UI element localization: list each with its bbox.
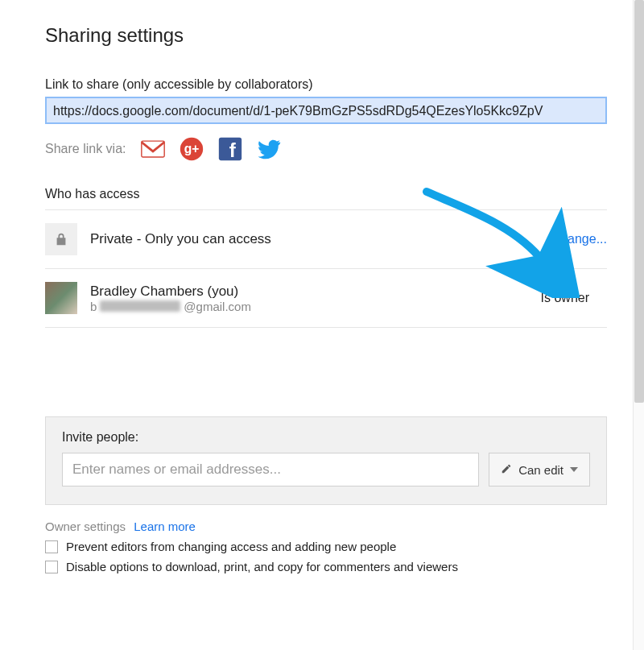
change-access-link[interactable]: Change... bbox=[551, 232, 607, 246]
privacy-row: Private - Only you can access Change... bbox=[45, 210, 607, 268]
owner-option-2[interactable]: Disable options to download, print, and … bbox=[45, 560, 607, 573]
link-to-share-label: Link to share (only accessible by collab… bbox=[45, 77, 607, 92]
scrollbar-thumb[interactable] bbox=[634, 0, 644, 403]
email-redacted bbox=[100, 300, 180, 312]
chevron-down-icon bbox=[570, 467, 578, 472]
invite-title: Invite people: bbox=[62, 430, 590, 445]
owner-settings: Owner settings Learn more Prevent editor… bbox=[45, 520, 607, 573]
privacy-text: Private - Only you can access bbox=[90, 231, 271, 247]
checkbox-icon[interactable] bbox=[45, 540, 58, 553]
twitter-icon[interactable] bbox=[255, 135, 283, 163]
share-icons: g+ f bbox=[139, 135, 283, 163]
svg-text:f: f bbox=[229, 139, 236, 161]
person-name: Bradley Chambers (you) bbox=[90, 284, 251, 300]
checkbox-icon[interactable] bbox=[45, 561, 58, 573]
permission-dropdown[interactable]: Can edit bbox=[489, 453, 590, 486]
permission-label: Can edit bbox=[518, 463, 564, 477]
email-domain: @gmail.com bbox=[184, 300, 251, 313]
email-prefix: b bbox=[90, 300, 97, 313]
access-table: Private - Only you can access Change... … bbox=[45, 209, 607, 328]
lock-icon bbox=[45, 223, 77, 255]
share-link-input[interactable]: https://docs.google.com/document/d/1-peK… bbox=[45, 97, 607, 124]
scrollbar[interactable] bbox=[633, 0, 644, 650]
who-has-access-heading: Who has access bbox=[45, 187, 607, 201]
owner-option-1-label: Prevent editors from changing access and… bbox=[66, 540, 396, 553]
owner-option-2-label: Disable options to download, print, and … bbox=[66, 560, 458, 573]
owner-row: Bradley Chambers (you) b @gmail.com Is o… bbox=[45, 268, 607, 327]
person-email: b @gmail.com bbox=[90, 300, 251, 313]
avatar bbox=[45, 282, 77, 314]
invite-card: Invite people: Can edit bbox=[45, 416, 607, 505]
share-via-label: Share link via: bbox=[45, 142, 126, 156]
learn-more-link[interactable]: Learn more bbox=[134, 520, 196, 533]
dialog-title: Sharing settings bbox=[45, 24, 607, 47]
svg-text:g+: g+ bbox=[184, 142, 199, 155]
facebook-icon[interactable]: f bbox=[217, 135, 244, 163]
owner-option-1[interactable]: Prevent editors from changing access and… bbox=[45, 540, 607, 553]
role-label: Is owner bbox=[541, 291, 607, 305]
share-via-row: Share link via: g+ f bbox=[45, 135, 607, 163]
invite-input[interactable] bbox=[62, 453, 479, 486]
gmail-icon[interactable] bbox=[139, 135, 167, 163]
google-plus-icon[interactable]: g+ bbox=[178, 135, 205, 163]
pencil-icon bbox=[501, 463, 512, 477]
sharing-settings-dialog: Sharing settings Link to share (only acc… bbox=[0, 0, 644, 573]
owner-settings-heading: Owner settings bbox=[45, 520, 126, 533]
svg-rect-0 bbox=[141, 141, 163, 157]
